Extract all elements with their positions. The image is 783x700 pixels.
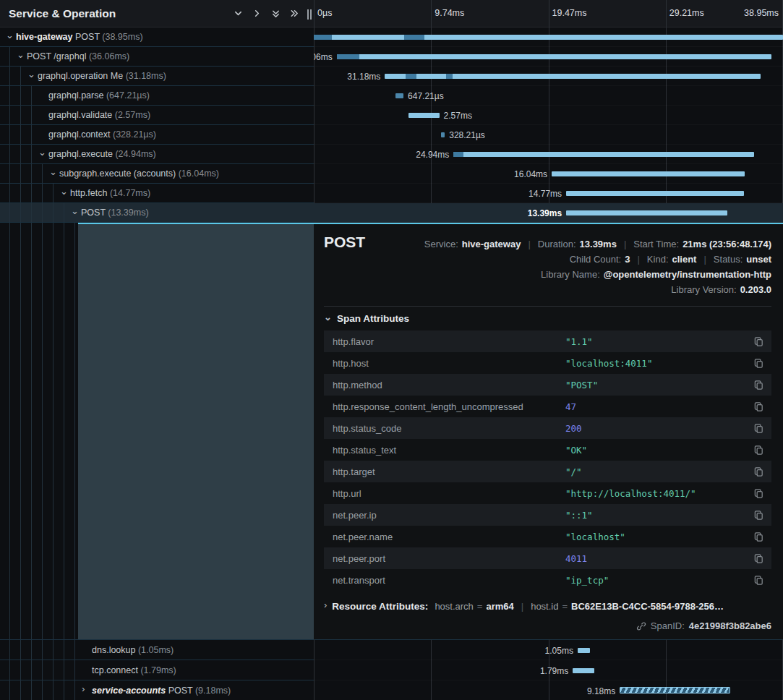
span-row[interactable]: ⌄POST (13.39ms) 13.39ms [0, 203, 783, 223]
span-bar[interactable] [566, 210, 727, 215]
indent-guide [20, 86, 21, 105]
span-row[interactable]: tcp.connect (1.79ms) 1.79ms [0, 660, 783, 680]
copy-icon[interactable] [753, 553, 764, 564]
indent-guide [31, 660, 32, 680]
span-row-label[interactable]: ⌄POST (13.39ms) [0, 203, 314, 223]
span-row[interactable]: ⌄hive-gateway POST (38.95ms) 38.95ms [0, 27, 783, 47]
span-bar[interactable] [578, 648, 590, 653]
indent-guide [20, 660, 21, 680]
span-row[interactable]: dns.lookup (1.05ms) 1.05ms [0, 640, 783, 660]
span-row-timeline: 328.21µs [314, 125, 783, 145]
span-row-label[interactable]: ⌄graphql.operation Me (31.18ms) [0, 67, 314, 86]
bar-duration-label: 16.04ms [514, 169, 547, 179]
copy-icon[interactable] [753, 466, 764, 477]
span-row-label[interactable]: ⌄POST /graphql (36.06ms) [0, 47, 314, 67]
span-row-label[interactable]: tcp.connect (1.79ms) [0, 660, 314, 680]
span-row-label[interactable]: ⌄http.fetch (14.77ms) [0, 184, 314, 203]
collapse-all-icon[interactable] [266, 7, 285, 21]
span-row-timeline: 24.94ms [314, 145, 783, 164]
indent-guide [9, 223, 10, 639]
copy-icon[interactable] [753, 423, 764, 434]
span-bar[interactable] [395, 93, 403, 98]
chevron-right-icon[interactable]: › [82, 686, 92, 693]
span-label: http.fetch (14.77ms) [70, 188, 150, 198]
chevron-down-icon[interactable]: ⌄ [38, 149, 48, 156]
link-icon[interactable] [636, 621, 646, 631]
span-row[interactable]: graphql.parse (647.21µs) 647.21µs [0, 86, 783, 106]
chevron-down-icon: ⌄ [324, 314, 332, 321]
chevron-down-icon[interactable]: ⌄ [49, 168, 59, 176]
expand-one-icon[interactable] [247, 7, 266, 21]
attribute-value: "localhost" [565, 532, 748, 542]
panel-resize-handle[interactable] [307, 9, 312, 20]
attribute-value: "POST" [565, 380, 748, 390]
span-bar[interactable] [441, 132, 445, 137]
span-bar[interactable] [552, 171, 745, 176]
attribute-row: http.target "/" [324, 461, 771, 482]
service-name: hive-gateway [16, 32, 73, 42]
span-row[interactable]: graphql.context (328.21µs) 328.21µs [0, 125, 783, 145]
span-bar[interactable] [314, 35, 783, 40]
indent-guide [31, 106, 32, 124]
attribute-key: net.peer.port [333, 553, 565, 564]
copy-icon[interactable] [753, 532, 764, 542]
indent-guide [31, 223, 32, 639]
indent-guide [64, 223, 64, 639]
span-row[interactable]: ⌄graphql.operation Me (31.18ms) 31.18ms [0, 67, 783, 86]
span-bar[interactable] [620, 687, 730, 693]
span-attributes-toggle[interactable]: ⌄ Span Attributes [324, 313, 771, 324]
span-row[interactable]: ⌄POST /graphql (36.06ms) 36.06ms [0, 47, 783, 67]
span-bar[interactable] [385, 74, 761, 79]
span-meta-line-4: Library Version:0.203.0 [324, 282, 771, 297]
span-bar[interactable] [566, 191, 744, 196]
chevron-down-icon[interactable]: ⌄ [71, 208, 81, 215]
span-row-label[interactable]: ›service-accounts POST (9.18ms) [0, 680, 314, 700]
copy-icon[interactable] [753, 510, 764, 521]
span-bar[interactable] [408, 113, 440, 118]
copy-icon[interactable] [753, 575, 764, 586]
span-bar[interactable] [453, 152, 754, 157]
indent-guide [20, 223, 21, 639]
span-id-label: SpanID: [651, 620, 685, 631]
resource-attributes-toggle[interactable]: › Resource Attributes: host.arch=arm64|h… [324, 601, 771, 612]
indent-guide [74, 680, 75, 700]
span-label: dns.lookup (1.05ms) [92, 645, 174, 655]
span-row[interactable]: ⌄subgraph.execute (accounts) (16.04ms) 1… [0, 164, 783, 184]
span-row-label[interactable]: ⌄subgraph.execute (accounts) (16.04ms) [0, 164, 314, 184]
span-detail-section: POST Service:hive-gateway|Duration:13.39… [0, 223, 783, 639]
span-row-label[interactable]: dns.lookup (1.05ms) [0, 640, 314, 660]
copy-icon[interactable] [753, 401, 764, 412]
copy-icon[interactable] [753, 488, 764, 499]
attribute-row: http.status_text "OK" [324, 439, 771, 461]
meta-pair: Duration:13.39ms [538, 236, 617, 252]
span-row-label[interactable]: graphql.context (328.21µs) [0, 125, 314, 145]
copy-icon[interactable] [753, 358, 764, 369]
span-row-label[interactable]: ⌄hive-gateway POST (38.95ms) [0, 27, 314, 47]
copy-icon[interactable] [753, 336, 764, 347]
span-row[interactable]: ⌄http.fetch (14.77ms) 14.77ms [0, 184, 783, 203]
chevron-down-icon[interactable]: ⌄ [17, 51, 27, 59]
chevron-down-icon[interactable]: ⌄ [60, 188, 70, 195]
attribute-value: "http://localhost:4011/" [565, 488, 748, 499]
copy-icon[interactable] [753, 445, 764, 456]
indent-guide [31, 125, 32, 144]
span-row-label[interactable]: graphql.validate (2.57ms) [0, 106, 314, 125]
indent-guide [20, 125, 21, 144]
meta-separator: | [528, 236, 530, 252]
chevron-down-icon[interactable]: ⌄ [6, 32, 16, 39]
span-row-timeline: 38.95ms [314, 27, 783, 47]
expand-all-icon[interactable] [285, 7, 304, 21]
span-bar[interactable] [337, 54, 771, 59]
span-detail-panel: POST Service:hive-gateway|Duration:13.39… [314, 223, 783, 639]
span-row[interactable]: graphql.validate (2.57ms) 2.57ms [0, 106, 783, 125]
span-row-timeline: 14.77ms [314, 184, 783, 203]
span-row[interactable]: ›service-accounts POST (9.18ms) 9.18ms [0, 680, 783, 700]
span-row[interactable]: ⌄graphql.execute (24.94ms) 24.94ms [0, 145, 783, 164]
span-row-label[interactable]: graphql.parse (647.21µs) [0, 86, 314, 106]
collapse-one-icon[interactable] [228, 7, 247, 21]
span-row-label[interactable]: ⌄graphql.execute (24.94ms) [0, 145, 314, 164]
span-meta-line-2: Child Count:3|Kind:client|Status:unset [324, 252, 771, 267]
chevron-down-icon[interactable]: ⌄ [27, 71, 38, 78]
copy-icon[interactable] [753, 380, 764, 390]
span-bar[interactable] [573, 668, 594, 673]
